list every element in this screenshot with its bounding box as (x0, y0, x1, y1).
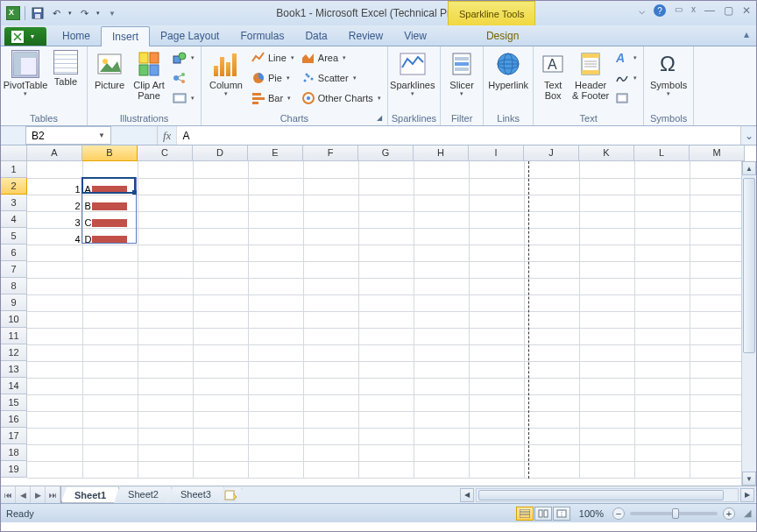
cell-A4[interactable]: 3 (27, 211, 82, 228)
cell-M6[interactable] (690, 245, 745, 261)
bar-chart-button[interactable]: Bar▾ (249, 89, 297, 108)
cell-B3[interactable]: B (82, 195, 138, 211)
cell-M10[interactable] (690, 311, 745, 328)
cell-I2[interactable] (469, 178, 524, 195)
cell-L4[interactable] (634, 211, 690, 228)
row-header-12[interactable]: 12 (1, 344, 27, 361)
cell-K14[interactable] (579, 378, 634, 394)
sheet-tab-sheet1[interactable]: Sheet1 (61, 487, 119, 503)
tab-nav-prev[interactable]: ◀ (16, 486, 31, 503)
cell-H15[interactable] (414, 394, 469, 411)
col-header-F[interactable]: F (303, 145, 358, 161)
row-header-17[interactable]: 17 (1, 428, 27, 444)
col-header-H[interactable]: H (414, 145, 469, 161)
cell-K5[interactable] (579, 228, 634, 245)
cell-L9[interactable] (634, 294, 690, 311)
cell-D2[interactable] (193, 178, 248, 195)
cell-H19[interactable] (414, 461, 469, 478)
cell-C13[interactable] (138, 361, 193, 378)
row-header-16[interactable]: 16 (1, 411, 27, 428)
scroll-right-arrow[interactable]: ▶ (740, 488, 754, 502)
tab-view[interactable]: View (393, 26, 437, 46)
cell-L19[interactable] (634, 461, 690, 478)
cell-C4[interactable] (138, 211, 193, 228)
cell-G15[interactable] (358, 394, 414, 411)
cell-M15[interactable] (690, 394, 745, 411)
cell-I5[interactable] (469, 228, 524, 245)
cell-H16[interactable] (414, 411, 469, 428)
cell-G4[interactable] (358, 211, 414, 228)
cell-J8[interactable] (524, 278, 579, 294)
row-header-18[interactable]: 18 (1, 444, 27, 461)
cell-F4[interactable] (303, 211, 358, 228)
cell-E5[interactable] (248, 228, 303, 245)
cell-D15[interactable] (193, 394, 248, 411)
cell-B13[interactable] (82, 361, 138, 378)
cell-H4[interactable] (414, 211, 469, 228)
cell-M5[interactable] (690, 228, 745, 245)
cell-D16[interactable] (193, 411, 248, 428)
cell-C17[interactable] (138, 428, 193, 444)
row-header-13[interactable]: 13 (1, 361, 27, 378)
cell-E6[interactable] (248, 245, 303, 261)
cell-C3[interactable] (138, 195, 193, 211)
cell-F11[interactable] (303, 328, 358, 344)
cell-B12[interactable] (82, 344, 138, 361)
name-box[interactable]: B2▼ (25, 126, 111, 145)
cell-C5[interactable] (138, 228, 193, 245)
cell-H12[interactable] (414, 344, 469, 361)
cell-E1[interactable] (248, 161, 303, 178)
cell-E19[interactable] (248, 461, 303, 478)
sheet-tab-sheet2[interactable]: Sheet2 (116, 487, 172, 503)
cell-E13[interactable] (248, 361, 303, 378)
cell-F12[interactable] (303, 344, 358, 361)
cell-M3[interactable] (690, 195, 745, 211)
cell-E15[interactable] (248, 394, 303, 411)
cell-B1[interactable] (82, 161, 138, 178)
cell-L6[interactable] (634, 245, 690, 261)
cell-F18[interactable] (303, 444, 358, 461)
cell-B7[interactable] (82, 261, 138, 278)
cell-H3[interactable] (414, 195, 469, 211)
cell-J19[interactable] (524, 461, 579, 478)
cell-L3[interactable] (634, 195, 690, 211)
cell-M12[interactable] (690, 344, 745, 361)
cell-L18[interactable] (634, 444, 690, 461)
cell-A14[interactable] (27, 378, 82, 394)
cell-F3[interactable] (303, 195, 358, 211)
cell-J6[interactable] (524, 245, 579, 261)
sparklines-button[interactable]: Sparklines▾ (392, 48, 434, 99)
cell-D3[interactable] (193, 195, 248, 211)
cell-D8[interactable] (193, 278, 248, 294)
cell-G2[interactable] (358, 178, 414, 195)
header-footer-button[interactable]: Header & Footer (570, 48, 611, 103)
col-header-E[interactable]: E (248, 145, 303, 161)
resize-grip[interactable]: ◢ (744, 507, 751, 519)
cell-B18[interactable] (82, 444, 138, 461)
cell-G17[interactable] (358, 428, 414, 444)
cell-D9[interactable] (193, 294, 248, 311)
cell-A15[interactable] (27, 394, 82, 411)
cell-I7[interactable] (469, 261, 524, 278)
col-header-I[interactable]: I (469, 145, 524, 161)
cell-A1[interactable] (27, 161, 82, 178)
row-header-3[interactable]: 3 (1, 195, 27, 211)
textbox-button[interactable]: A Text Box (537, 48, 569, 103)
cell-M8[interactable] (690, 278, 745, 294)
cell-A16[interactable] (27, 411, 82, 428)
cell-L14[interactable] (634, 378, 690, 394)
cell-I13[interactable] (469, 361, 524, 378)
cell-F6[interactable] (303, 245, 358, 261)
cell-L5[interactable] (634, 228, 690, 245)
cell-D10[interactable] (193, 311, 248, 328)
cell-H11[interactable] (414, 328, 469, 344)
tab-page-layout[interactable]: Page Layout (150, 26, 230, 46)
cell-C8[interactable] (138, 278, 193, 294)
cell-A5[interactable]: 4 (27, 228, 82, 245)
zoom-level[interactable]: 100% (579, 508, 604, 519)
cell-F5[interactable] (303, 228, 358, 245)
col-header-J[interactable]: J (524, 145, 579, 161)
hscroll-thumb[interactable] (478, 490, 724, 500)
cell-M17[interactable] (690, 428, 745, 444)
tab-formulas[interactable]: Formulas (230, 26, 294, 46)
